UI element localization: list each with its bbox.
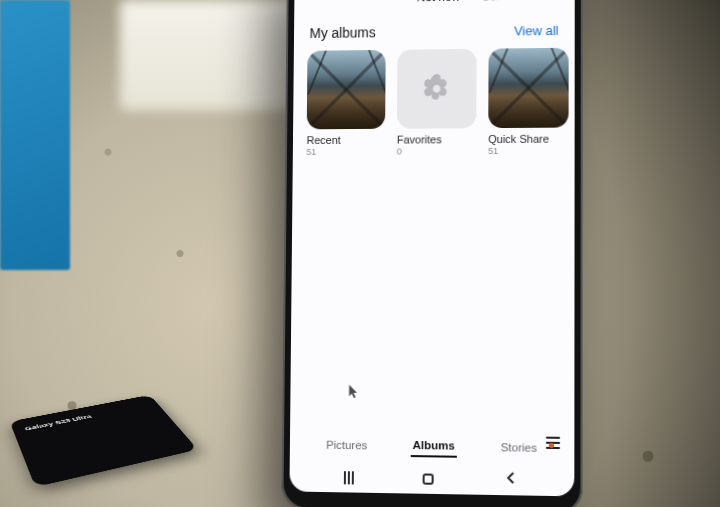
album-recent[interactable]: Recent 51 bbox=[306, 50, 385, 157]
empty-area bbox=[290, 156, 574, 429]
select-albums-button[interactable]: Select albums bbox=[482, 0, 563, 4]
tab-pictures[interactable]: Pictures bbox=[324, 435, 369, 456]
my-albums-title: My albums bbox=[310, 25, 376, 42]
mouse-cursor-icon bbox=[348, 384, 360, 400]
gallery-bottom-tabs: Pictures Albums Stories bbox=[290, 425, 575, 463]
view-all-link[interactable]: View all bbox=[514, 23, 559, 38]
album-count: 51 bbox=[488, 146, 568, 156]
album-count: 51 bbox=[306, 147, 385, 157]
album-row: Recent 51 Favorites 0 Quick Share 51 bbox=[293, 48, 575, 157]
hamburger-menu-icon[interactable] bbox=[546, 437, 560, 449]
tab-stories[interactable]: Stories bbox=[499, 437, 539, 458]
not-now-button[interactable]: Not now bbox=[417, 0, 461, 5]
phone-frame: them all, or something in between. It's … bbox=[281, 0, 582, 507]
background-box bbox=[0, 0, 70, 270]
flower-icon bbox=[419, 71, 455, 107]
tab-albums[interactable]: Albums bbox=[411, 435, 457, 458]
notification-dot-icon bbox=[549, 443, 554, 448]
album-thumb-recent bbox=[307, 50, 386, 129]
android-nav-bar bbox=[289, 459, 574, 496]
album-quick-share[interactable]: Quick Share 51 bbox=[488, 48, 568, 156]
album-name: Quick Share bbox=[488, 133, 568, 147]
album-name: Recent bbox=[307, 134, 386, 147]
nav-back-button[interactable] bbox=[504, 471, 518, 490]
phone-screen: them all, or something in between. It's … bbox=[289, 0, 574, 496]
nav-recents-button[interactable] bbox=[344, 471, 354, 484]
spec-card-title: Galaxy S23 Ultra bbox=[24, 403, 149, 432]
album-thumb-favorites bbox=[397, 49, 477, 129]
albums-section-header: My albums View all bbox=[294, 16, 575, 51]
background-spec-card: Galaxy S23 Ultra bbox=[10, 395, 198, 487]
album-favorites[interactable]: Favorites 0 bbox=[397, 49, 477, 157]
album-thumb-quick-share bbox=[488, 48, 568, 128]
album-name: Favorites bbox=[397, 133, 476, 147]
album-count: 0 bbox=[397, 147, 476, 157]
nav-home-button[interactable] bbox=[423, 473, 434, 484]
